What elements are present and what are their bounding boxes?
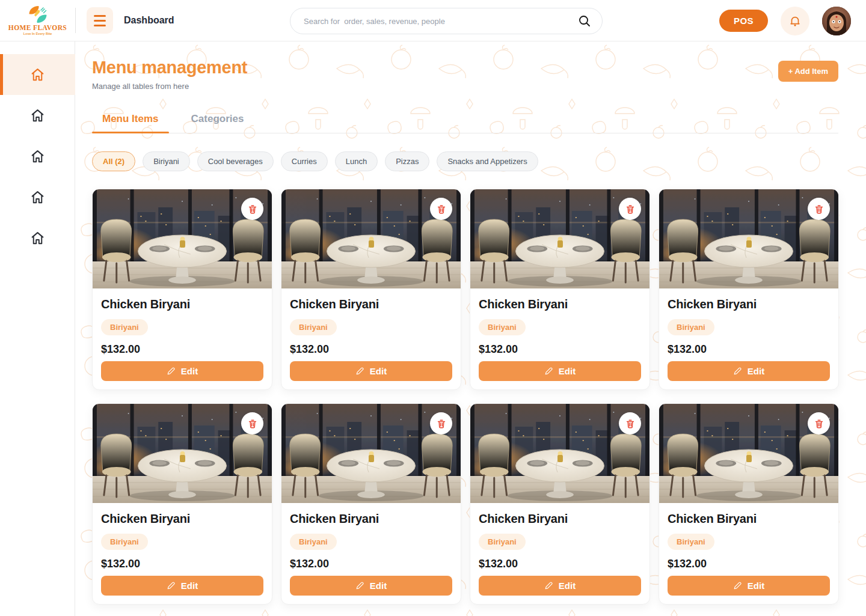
trash-icon (436, 418, 447, 429)
edit-label: Edit (181, 366, 198, 376)
pencil-icon (355, 581, 364, 590)
menu-item-details: Chicken Biryani Biriyani $132.00 Edit (470, 288, 650, 389)
filter-chip-lunch[interactable]: Lunch (335, 151, 378, 171)
pencil-icon (733, 581, 742, 590)
edit-label: Edit (370, 366, 387, 376)
bell-icon (788, 14, 802, 28)
pencil-icon (733, 367, 742, 376)
menu-item-card: Chicken Biryani Biriyani $132.00 Edit (281, 403, 461, 605)
menu-item-photo (93, 189, 272, 288)
menu-item-price: $132.00 (668, 558, 830, 570)
filter-chip-snacks[interactable]: Snacks and Appetizers (437, 151, 538, 171)
category-filter-bar: All (2) Biriyani Cool beverages Curries … (92, 151, 838, 171)
delete-item-button[interactable] (430, 198, 452, 220)
trash-icon (625, 204, 636, 215)
page-title: Menu management (92, 58, 247, 78)
category-badge: Biriyani (290, 319, 337, 335)
menu-item-details: Chicken Biryani Biriyani $132.00 Edit (281, 503, 461, 604)
category-badge: Biriyani (479, 534, 526, 550)
edit-label: Edit (748, 581, 764, 591)
menu-grid: Chicken Biryani Biriyani $132.00 Edit (92, 189, 838, 605)
delete-item-button[interactable] (430, 412, 452, 435)
sidebar-item-4[interactable] (0, 177, 75, 218)
search-icon[interactable] (578, 14, 591, 28)
menu-item-price: $132.00 (101, 343, 263, 356)
sidebar-item-1[interactable] (0, 54, 75, 95)
menu-item-title: Chicken Biryani (101, 512, 263, 526)
pencil-icon (544, 581, 553, 590)
main-area: Menu management Manage all tables from h… (75, 41, 866, 616)
menu-item-title: Chicken Biryani (290, 512, 452, 526)
edit-item-button[interactable]: Edit (668, 361, 830, 381)
home-icon (30, 67, 45, 82)
menu-item-card: Chicken Biryani Biriyani $132.00 Edit (470, 189, 650, 390)
edit-label: Edit (748, 366, 764, 376)
search-bar[interactable] (290, 8, 603, 34)
logo-tagline: Love In Every Bite (23, 32, 52, 35)
menu-item-title: Chicken Biryani (101, 297, 263, 311)
sidebar-item-3[interactable] (0, 136, 75, 177)
delete-item-button[interactable] (619, 198, 641, 220)
add-item-button[interactable]: + Add Item (778, 61, 838, 82)
menu-item-card: Chicken Biryani Biriyani $132.00 Edit (659, 403, 839, 605)
menu-item-title: Chicken Biryani (668, 297, 830, 311)
edit-label: Edit (559, 581, 576, 591)
delete-item-button[interactable] (241, 412, 263, 435)
logo-mark-icon (22, 5, 54, 23)
filter-chip-cool-beverages[interactable]: Cool beverages (197, 151, 274, 171)
search-input[interactable] (304, 17, 578, 26)
menu-item-card: Chicken Biryani Biriyani $132.00 Edit (92, 403, 272, 605)
category-badge: Biriyani (290, 534, 337, 550)
sidebar-nav (0, 41, 75, 616)
menu-toggle-button[interactable] (87, 7, 113, 34)
edit-item-button[interactable]: Edit (479, 576, 641, 596)
trash-icon (625, 418, 636, 429)
menu-item-photo (281, 404, 461, 503)
user-avatar[interactable] (822, 7, 851, 35)
home-icon (30, 149, 45, 164)
delete-item-button[interactable] (619, 412, 641, 435)
app-header: HOME FLAVORS Love In Every Bite Dashboar… (0, 0, 866, 41)
edit-item-button[interactable]: Edit (668, 576, 830, 596)
edit-item-button[interactable]: Edit (479, 361, 641, 381)
tab-categories[interactable]: Categories (181, 107, 254, 133)
menu-item-photo (470, 189, 650, 288)
menu-item-photo (470, 404, 650, 503)
menu-item-card: Chicken Biryani Biriyani $132.00 Edit (92, 189, 272, 390)
edit-item-button[interactable]: Edit (290, 576, 452, 596)
tab-menu-items[interactable]: Menu Items (92, 107, 169, 133)
sidebar-item-2[interactable] (0, 95, 75, 136)
menu-item-price: $132.00 (668, 343, 830, 356)
edit-item-button[interactable]: Edit (101, 576, 263, 596)
filter-chip-curries[interactable]: Curries (281, 151, 328, 171)
menu-item-details: Chicken Biryani Biriyani $132.00 Edit (659, 503, 838, 604)
notifications-button[interactable] (781, 7, 809, 35)
sidebar-item-5[interactable] (0, 218, 75, 258)
filter-chip-biriyani[interactable]: Biriyani (143, 151, 190, 171)
menu-item-photo (93, 404, 272, 503)
trash-icon (247, 418, 258, 429)
category-badge: Biriyani (479, 319, 526, 335)
filter-chip-pizzas[interactable]: Pizzas (385, 151, 429, 171)
category-badge: Biriyani (101, 319, 148, 335)
pencil-icon (355, 367, 364, 376)
delete-item-button[interactable] (808, 198, 830, 220)
delete-item-button[interactable] (808, 412, 830, 435)
delete-item-button[interactable] (241, 198, 263, 220)
hamburger-icon (94, 15, 106, 17)
menu-item-details: Chicken Biryani Biriyani $132.00 Edit (281, 288, 461, 389)
menu-item-photo (281, 189, 461, 288)
page-label: Dashboard (124, 15, 174, 26)
category-badge: Biriyani (668, 319, 714, 335)
menu-item-title: Chicken Biryani (479, 512, 641, 526)
pos-button[interactable]: POS (719, 10, 768, 32)
filter-chip-all[interactable]: All (2) (92, 151, 135, 171)
brand-logo[interactable]: HOME FLAVORS Love In Every Bite (0, 5, 75, 35)
edit-item-button[interactable]: Edit (101, 361, 263, 381)
edit-item-button[interactable]: Edit (290, 361, 452, 381)
pencil-icon (544, 367, 553, 376)
content: Menu management Manage all tables from h… (75, 41, 866, 605)
menu-item-price: $132.00 (479, 558, 641, 570)
category-badge: Biriyani (101, 534, 148, 550)
home-icon (30, 190, 45, 205)
